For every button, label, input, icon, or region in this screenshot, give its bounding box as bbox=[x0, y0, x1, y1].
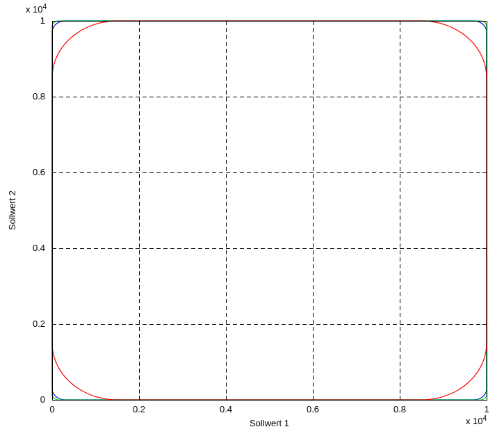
xtick-label: 1 bbox=[484, 404, 489, 414]
xtick-label: 0.6 bbox=[307, 404, 319, 414]
x-axis-label: Sollwert 1 bbox=[250, 418, 289, 428]
y-exponent-label: x 104 bbox=[26, 3, 47, 15]
series-blue bbox=[52, 21, 487, 400]
series-red bbox=[52, 21, 487, 400]
y-axis-label: Sollwert 2 bbox=[7, 191, 17, 230]
ytick-label: 0.6 bbox=[33, 167, 45, 177]
xtick-label: 0.2 bbox=[133, 404, 145, 414]
xtick-label: 0.8 bbox=[393, 404, 406, 414]
ytick-label: 0.4 bbox=[33, 243, 45, 253]
ytick-label: 0.8 bbox=[33, 91, 45, 102]
ytick-label: 0.2 bbox=[33, 318, 45, 329]
x-exponent-label: x 104 bbox=[466, 414, 487, 426]
ytick-label: 0 bbox=[40, 394, 45, 405]
chart-svg: 00.20.40.60.8100.20.40.60.81Sollwert 1So… bbox=[0, 0, 504, 436]
chart-container: 00.20.40.60.8100.20.40.60.81Sollwert 1So… bbox=[0, 0, 504, 436]
series-green bbox=[52, 21, 487, 400]
axes-box bbox=[52, 21, 487, 400]
ytick-label: 1 bbox=[40, 15, 45, 26]
xtick-label: 0 bbox=[49, 404, 54, 414]
xtick-label: 0.4 bbox=[220, 404, 232, 414]
